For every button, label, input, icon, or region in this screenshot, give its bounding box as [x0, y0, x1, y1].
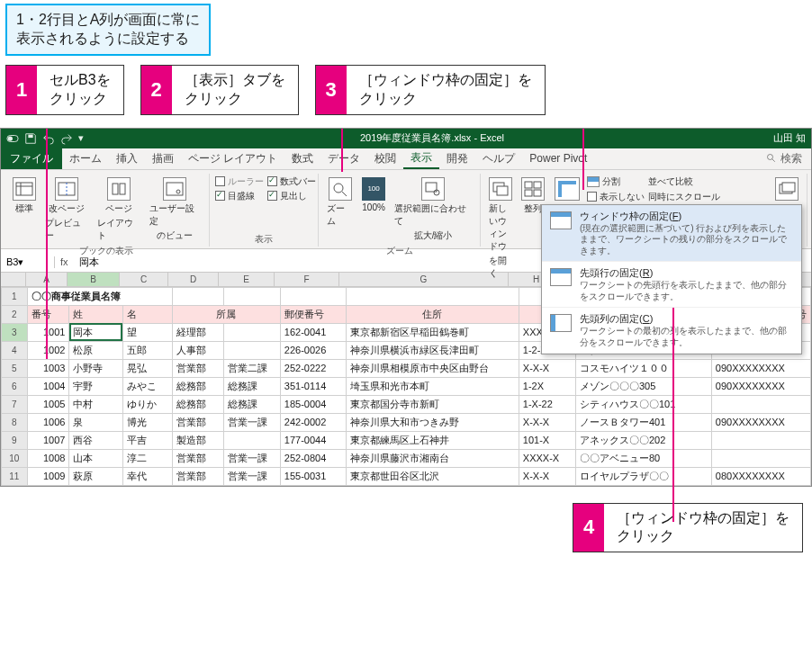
- cell[interactable]: ゆりか: [122, 395, 172, 413]
- chk-ruler[interactable]: ルーラー: [215, 175, 264, 188]
- cell[interactable]: 営業一課: [223, 467, 280, 485]
- cell[interactable]: 090XXXXXXXX: [711, 377, 810, 395]
- page-layout-view-button[interactable]: ページ レイアウト: [95, 175, 143, 244]
- row-header-1[interactable]: 1: [2, 287, 28, 305]
- cell[interactable]: 東京都国分寺市新町: [347, 395, 519, 413]
- table-row[interactable]: 51003小野寺晃弘営業部営業二課252-0222神奈川県相模原市中央区由野台X…: [2, 359, 811, 377]
- table-row[interactable]: 91007西谷平吉製造部177-0044東京都練馬区上石神井101-Xアネックス…: [2, 431, 811, 449]
- cell[interactable]: 1006: [27, 413, 69, 431]
- chk-gridlines[interactable]: 目盛線: [215, 190, 264, 202]
- table-row[interactable]: 111009萩原幸代営業部営業一課155-0031東京都世田谷区北沢X-X-Xロ…: [2, 467, 811, 485]
- cell[interactable]: 090XXXXXXXX: [711, 413, 810, 431]
- cell[interactable]: 営業部: [172, 413, 223, 431]
- cell[interactable]: 242-0002: [280, 413, 346, 431]
- cell[interactable]: ノースＢタワー401: [575, 413, 711, 431]
- autosave-toggle-icon[interactable]: [6, 132, 19, 145]
- hdr-bango[interactable]: 番号: [27, 305, 69, 323]
- row-header-2[interactable]: 2: [2, 305, 28, 323]
- cell[interactable]: 神奈川県横浜市緑区長津田町: [347, 341, 519, 359]
- cell[interactable]: 252-0804: [280, 449, 346, 467]
- cell[interactable]: 営業一課: [223, 413, 280, 431]
- col-G[interactable]: G: [339, 273, 509, 286]
- cell[interactable]: 人事部: [172, 341, 223, 359]
- tab-developer[interactable]: 開発: [439, 148, 475, 169]
- cell[interactable]: 1-2X: [519, 377, 575, 395]
- cell[interactable]: X-X-X: [519, 467, 575, 485]
- cell-A1[interactable]: 〇〇商事従業員名簿: [27, 287, 172, 305]
- cell[interactable]: 西谷: [69, 431, 122, 449]
- cell[interactable]: 226-0026: [280, 341, 346, 359]
- cell[interactable]: 1001: [27, 323, 69, 341]
- cell[interactable]: 製造部: [172, 431, 223, 449]
- hdr-sei[interactable]: 姓: [69, 305, 122, 323]
- cell[interactable]: 東京都世田谷区北沢: [347, 467, 519, 485]
- zoom-to-selection-button[interactable]: 選択範囲に合わせて 拡大/縮小: [392, 175, 474, 244]
- row-header[interactable]: 10: [2, 449, 28, 467]
- cell[interactable]: 望: [122, 323, 172, 341]
- cell[interactable]: 総務部: [172, 377, 223, 395]
- row-header[interactable]: 9: [2, 431, 28, 449]
- cell[interactable]: 総務課: [223, 377, 280, 395]
- zoom-100-button[interactable]: 100 100%: [359, 175, 388, 214]
- cell[interactable]: 1004: [27, 377, 69, 395]
- cell[interactable]: 淳二: [122, 449, 172, 467]
- cell[interactable]: 1002: [27, 341, 69, 359]
- save-icon[interactable]: [24, 132, 37, 145]
- chk-formula-bar[interactable]: 数式バー: [267, 175, 316, 188]
- hide-button[interactable]: 表示しない: [587, 191, 645, 203]
- cell[interactable]: 351-0114: [280, 377, 346, 395]
- normal-view-button[interactable]: 標準: [10, 175, 39, 217]
- cell[interactable]: 177-0044: [280, 431, 346, 449]
- fx-icon[interactable]: fx: [55, 256, 74, 267]
- cell[interactable]: [223, 323, 280, 341]
- cell[interactable]: 080XXXXXXXX: [711, 467, 810, 485]
- col-D[interactable]: D: [168, 273, 219, 286]
- col-C[interactable]: C: [120, 273, 168, 286]
- cell[interactable]: 経理部: [172, 323, 223, 341]
- menu-freeze-first-col[interactable]: 先頭列の固定(C) ワークシートの最初の列を表示したままで、他の部分をスクロール…: [542, 308, 801, 354]
- cell[interactable]: 小野寺: [69, 359, 122, 377]
- hdr-mei[interactable]: 名: [122, 305, 172, 323]
- table-row[interactable]: 71005中村ゆりか総務部総務課185-0004東京都国分寺市新町1-X-22シ…: [2, 395, 811, 413]
- tab-insert[interactable]: 挿入: [109, 148, 145, 169]
- cell[interactable]: 岡本: [69, 323, 122, 341]
- tab-data[interactable]: データ: [320, 148, 367, 169]
- cell[interactable]: 中村: [69, 395, 122, 413]
- redo-icon[interactable]: [60, 132, 73, 145]
- cell[interactable]: 1005: [27, 395, 69, 413]
- cell[interactable]: 晃弘: [122, 359, 172, 377]
- cell[interactable]: 松原: [69, 341, 122, 359]
- menu-freeze-top-row[interactable]: 先頭行の固定(R) ワークシートの先頭行を表示したままで、他の部分をスクロールで…: [542, 262, 801, 308]
- cell[interactable]: 営業部: [172, 449, 223, 467]
- cell[interactable]: ロイヤルプラザ〇〇: [575, 467, 711, 485]
- cell[interactable]: 162-0041: [280, 323, 346, 341]
- cell[interactable]: シティハウス〇〇101: [575, 395, 711, 413]
- cell[interactable]: 090XXXXXXXX: [711, 359, 810, 377]
- chk-headings[interactable]: 見出し: [267, 190, 316, 202]
- cell[interactable]: みやこ: [122, 377, 172, 395]
- cell[interactable]: 神奈川県藤沢市湘南台: [347, 449, 519, 467]
- cell[interactable]: コスモハイツ１００: [575, 359, 711, 377]
- col-F[interactable]: F: [275, 273, 339, 286]
- tab-draw[interactable]: 描画: [145, 148, 181, 169]
- cell[interactable]: 営業部: [172, 359, 223, 377]
- tab-help[interactable]: ヘルプ: [475, 148, 522, 169]
- tab-view[interactable]: 表示: [403, 148, 439, 169]
- hdr-jusho[interactable]: 住所: [347, 305, 519, 323]
- table-row[interactable]: 101008山本淳二営業部営業一課252-0804神奈川県藤沢市湘南台XXXX-…: [2, 449, 811, 467]
- menu-freeze-panes[interactable]: ウィンドウ枠の固定(F) (現在の選択範囲に基づいて) 行および列を表示したまま…: [542, 205, 801, 263]
- cell[interactable]: 252-0222: [280, 359, 346, 377]
- account-name[interactable]: 山田 知: [773, 131, 806, 145]
- cell[interactable]: [223, 341, 280, 359]
- cell[interactable]: 幸代: [122, 467, 172, 485]
- tab-home[interactable]: ホーム: [62, 148, 109, 169]
- row-header[interactable]: 11: [2, 467, 28, 485]
- table-row[interactable]: 61004宇野みやこ総務部総務課351-0114埼玉県和光市本町1-2Xメゾン〇…: [2, 377, 811, 395]
- cell[interactable]: 宇野: [69, 377, 122, 395]
- tell-me-search[interactable]: 検索: [757, 151, 811, 166]
- cell[interactable]: 営業一課: [223, 449, 280, 467]
- undo-icon[interactable]: [42, 132, 55, 145]
- side-by-side-button[interactable]: 並べて比較: [648, 175, 765, 188]
- row-header[interactable]: 3: [2, 323, 28, 341]
- cell[interactable]: 1-X-22: [519, 395, 575, 413]
